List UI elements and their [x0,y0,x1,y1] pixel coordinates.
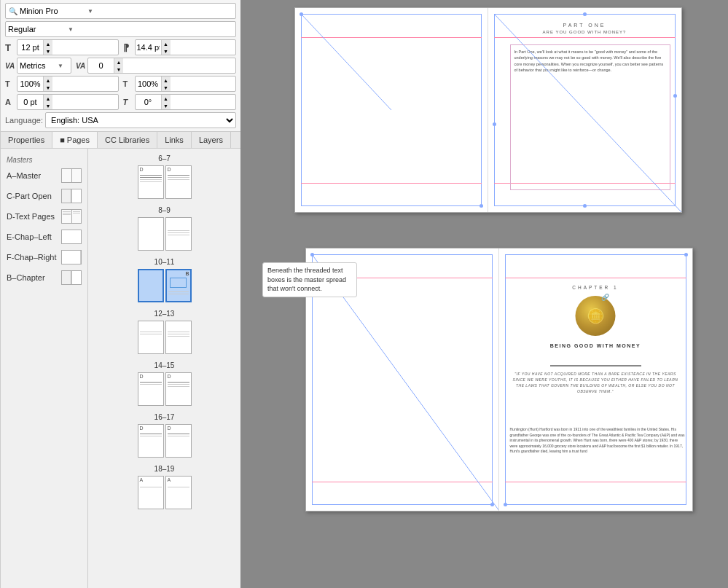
tracking-down[interactable]: ▼ [114,66,123,73]
font-size-down[interactable]: ▼ [44,47,52,55]
style-dropdown-arrow[interactable]: ▼ [68,26,74,33]
tracking-up[interactable]: ▲ [114,58,123,66]
master-f-thumb [61,250,82,264]
pages-panel: Masters A–Master C-Part Open D-Text Page… [1,149,240,588]
page-12-thumb[interactable] [138,321,164,354]
master-c-part-open[interactable]: C-Part Open [1,186,87,206]
spread-6-7-label: 6–7 [91,154,238,162]
baseline-up[interactable]: ▲ [44,95,52,102]
page-14-thumb[interactable]: D [138,372,164,406]
page-19-thumb[interactable]: A [165,476,192,509]
vert-scale-down[interactable]: ▼ [162,84,171,91]
horiz-scale-spinner[interactable]: ▲ ▼ [17,76,119,92]
horiz-scale-down[interactable]: ▼ [44,84,52,91]
pages-list: 6–7 D D [88,149,240,588]
canvas-bottom-right[interactable]: CHAPTER 1 🪙 🔗 BEING GOOD WITH MONEY "If … [499,248,692,511]
master-e-thumb [61,230,82,244]
canvas-page-right[interactable]: PART ONE ARE YOU GOOD WITH MONEY? In Par… [488,8,681,212]
canvas-area: PART ONE ARE YOU GOOD WITH MONEY? In Par… [240,0,728,588]
master-d-text-pages[interactable]: D-Text Pages [1,206,87,227]
master-f-chap-right[interactable]: F-Chap–Right [1,247,87,267]
page-7-thumb[interactable]: D [165,165,192,199]
leading-down[interactable]: ▼ [162,47,171,55]
chapter-body-text: Huntington (Hunt) Hartford was born in 1… [510,427,685,455]
master-a-master[interactable]: A–Master [1,165,87,186]
baseline-icon: A [5,98,15,106]
tab-links[interactable]: Links [157,132,192,148]
skew-input[interactable] [136,98,161,106]
baseline-arrows[interactable]: ▲ ▼ [43,95,52,109]
canvas-page-left[interactable] [295,8,488,212]
skew-arrows[interactable]: ▲ ▼ [161,95,171,109]
horiz-scale-up[interactable]: ▲ [44,77,52,84]
master-section-label: Masters [1,152,87,165]
skew-up[interactable]: ▲ [162,95,171,102]
leading-input[interactable] [136,43,161,52]
horiz-scale-arrows[interactable]: ▲ ▼ [43,77,52,91]
vert-scale-arrows[interactable]: ▲ ▼ [161,77,171,91]
vert-scale-spinner[interactable]: ▲ ▼ [135,76,237,92]
skew-down[interactable]: ▼ [162,102,171,109]
page-6-thumb[interactable]: D [138,165,164,199]
baseline-input[interactable] [17,98,43,106]
horiz-scale-input[interactable] [17,79,43,88]
font-size-arrows[interactable]: ▲ ▼ [43,40,52,55]
kerning-arrow[interactable]: ▼ [58,63,63,69]
page-18-thumb[interactable]: A [138,476,164,509]
page-8-thumb[interactable] [138,217,164,251]
skew-spinner[interactable]: ▲ ▼ [135,94,237,110]
page-11-thumb[interactable]: B [165,269,192,302]
page-16-thumb[interactable]: D [138,424,164,458]
page-15-thumb[interactable]: D [165,372,192,406]
page-6-label: D [139,167,144,172]
master-e-chap-left[interactable]: E-Chap–Left [1,227,87,247]
baseline-down[interactable]: ▼ [44,102,52,109]
font-size-input[interactable] [17,43,43,52]
tab-cc-libraries[interactable]: CC Libraries [98,132,157,148]
vert-scale-input[interactable] [136,79,161,88]
font-size-up[interactable]: ▲ [44,40,52,47]
master-b-chapter[interactable]: B–Chapter [1,267,87,288]
font-dropdown-arrow[interactable]: ▼ [87,8,93,15]
spread-14-15: 14–15 D D [91,361,238,406]
font-size-spinner[interactable]: ▲ ▼ [17,39,119,55]
tab-properties[interactable]: Properties [1,132,52,148]
tracking-arrows[interactable]: ▲ ▼ [114,58,123,73]
page-13-thumb[interactable] [165,321,192,354]
tab-pages[interactable]: ■ Pages [52,132,98,148]
tab-layers[interactable]: Layers [192,132,231,148]
tracking-input[interactable] [88,61,114,70]
master-a-thumb [61,168,82,183]
page-7-label: D [167,167,172,172]
vert-scale-up[interactable]: ▲ [162,77,171,84]
page-10-thumb[interactable] [138,269,164,302]
spread-14-15-thumbs: D D [91,372,238,406]
bottom-right-pink-2 [505,482,686,482]
kerning-input[interactable] [20,61,56,70]
kerning-select[interactable]: ▼ [17,58,71,74]
search-icon: 🔍 [9,7,17,15]
font-name-input[interactable] [20,7,85,15]
master-b-thumb [61,270,82,285]
panel-tabs: Properties ■ Pages CC Libraries Links La… [1,132,240,149]
page-16-d-label: D [139,426,144,431]
font-style-select[interactable]: ▼ [5,21,236,37]
spread-16-17: 16–17 D D [91,413,238,458]
leading-arrows[interactable]: ▲ ▼ [161,40,171,55]
leading-up[interactable]: ▲ [162,40,171,47]
skew-icon: T [123,98,133,106]
page-17-thumb[interactable]: D [165,424,192,458]
handle-bc [583,204,587,208]
page-9-thumb[interactable] [165,217,192,251]
font-search-bar[interactable]: 🔍 ▼ [5,3,236,19]
spread-10-11-label: 10–11 [91,258,238,266]
language-select[interactable]: English: USA [45,112,236,128]
font-size-icon: T [5,42,15,53]
leading-spinner[interactable]: ▲ ▼ [135,39,237,55]
baseline-spinner[interactable]: ▲ ▼ [17,94,119,110]
spread-18-19-thumbs: A A [91,476,238,509]
vert-scale-icon: T [123,79,133,88]
spread-10-11-thumbs: B [91,269,238,302]
font-style-input[interactable] [8,25,66,34]
tracking-spinner[interactable]: ▲ ▼ [87,58,236,74]
